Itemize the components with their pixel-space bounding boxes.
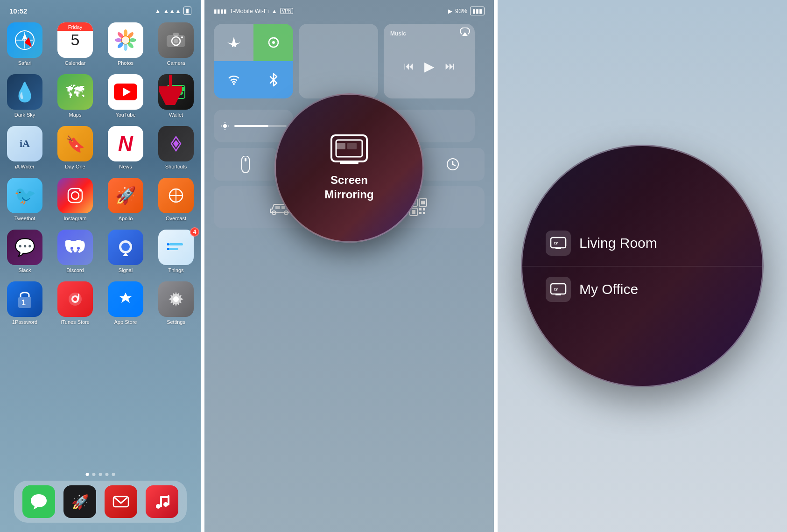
signal-bars: ▮▮▮▮ <box>214 8 227 14</box>
airplay-living-room[interactable]: tv Living Room <box>522 220 762 266</box>
app-calendar[interactable]: Friday 5 Calendar <box>54 22 96 66</box>
app-safari[interactable]: Safari <box>4 22 46 66</box>
status-icons: ▲ ▲▲▲ ▮ <box>155 7 191 15</box>
airplay-icon[interactable] <box>460 28 470 39</box>
app-tweetbot[interactable]: 🐦 Tweetbot <box>4 178 46 221</box>
battery-cc-icon: ▮▮▮ <box>470 7 485 15</box>
shortcuts-icon <box>158 126 194 161</box>
dock-rocket[interactable]: 🚀 <box>63 485 96 518</box>
music-controls: ⏮ ▶ ⏭ <box>390 41 468 92</box>
control-center-panel: ▮▮▮▮ T-Mobile Wi-Fi ▲ VPN ▶ 93% ▮▮▮ <box>204 0 494 532</box>
app-dayone[interactable]: 🔖 Day One <box>54 126 96 169</box>
news-icon: N <box>108 126 143 161</box>
svg-rect-74 <box>275 206 280 209</box>
wifi-status-icon: ▲▲▲ <box>163 7 181 14</box>
app-appstore[interactable]: App Store <box>105 281 147 325</box>
tweetbot-icon: 🐦 <box>7 178 42 213</box>
svg-point-55 <box>272 41 275 44</box>
photos-label: Photos <box>118 60 134 66</box>
calendar-icon: Friday 5 <box>57 22 93 58</box>
svg-rect-89 <box>336 143 345 149</box>
dot-1 <box>86 473 89 476</box>
next-track-btn[interactable]: ⏭ <box>445 60 455 72</box>
svg-point-33 <box>70 247 73 250</box>
apollo-label: Apollo <box>119 216 133 221</box>
itunes-icon <box>57 281 93 317</box>
cellular-btn[interactable] <box>253 24 293 61</box>
dot-3 <box>99 473 102 476</box>
svg-point-34 <box>77 247 80 250</box>
dock-music[interactable] <box>146 485 178 518</box>
bluetooth-btn[interactable] <box>253 61 293 98</box>
svg-point-12 <box>124 43 127 51</box>
app-instagram[interactable]: Instagram <box>54 178 96 221</box>
shortcuts-label: Shortcuts <box>165 164 187 169</box>
app-signal[interactable]: Signal <box>105 230 147 273</box>
app-photos[interactable]: Photos <box>105 22 147 66</box>
app-discord[interactable]: Discord <box>54 230 96 273</box>
app-itunes[interactable]: iTunes Store <box>54 281 96 325</box>
svg-point-58 <box>223 124 227 128</box>
svg-point-50 <box>163 502 168 507</box>
photos-icon <box>108 22 143 58</box>
battery-icon: ▮ <box>183 7 191 15</box>
svg-point-16 <box>122 36 129 44</box>
iawriter-label: iA Writer <box>15 164 34 169</box>
svg-rect-84 <box>419 212 422 214</box>
1password-icon: 1 <box>7 281 42 317</box>
cc-flashlight-tile[interactable] <box>299 24 378 98</box>
svg-rect-92 <box>555 248 561 249</box>
svg-rect-46 <box>78 294 79 299</box>
vpn-badge: VPN <box>280 8 294 14</box>
svg-rect-91 <box>551 238 566 248</box>
battery-percent: 93% <box>455 7 467 14</box>
settings-label: Settings <box>167 319 185 325</box>
airplay-my-office[interactable]: tv My Office <box>522 266 762 312</box>
settings-icon <box>158 281 194 317</box>
app-things[interactable]: 4 Things <box>155 230 197 273</box>
darksky-label: Dark Sky <box>14 112 35 118</box>
dock-spark[interactable] <box>105 485 137 518</box>
safari-label: Safari <box>18 60 32 66</box>
remote-tile[interactable] <box>214 148 277 181</box>
carrier-name: T-Mobile Wi-Fi <box>230 7 269 14</box>
app-1password[interactable]: 1 1Password <box>4 281 46 325</box>
signal-label: Signal <box>119 267 133 273</box>
app-youtube[interactable]: YouTube <box>105 74 147 118</box>
dock-messages[interactable] <box>22 485 55 518</box>
tweetbot-label: Tweetbot <box>14 216 35 221</box>
screen-mirroring-label: ScreenMirroring <box>324 173 373 202</box>
location-cc-icon: ▶ <box>448 8 452 14</box>
app-overcast[interactable]: Overcast <box>155 178 197 221</box>
youtube-icon <box>108 74 143 110</box>
app-news[interactable]: N News <box>105 126 147 169</box>
timer-tile[interactable] <box>421 148 485 181</box>
app-camera[interactable]: Camera <box>155 22 197 66</box>
dot-5 <box>112 473 115 476</box>
app-shortcuts[interactable]: Shortcuts <box>155 126 197 169</box>
home-status-bar: 10:52 ▲ ▲▲▲ ▮ <box>0 0 201 18</box>
svg-marker-1 <box>161 96 180 105</box>
things-label: Things <box>168 267 183 273</box>
app-slack[interactable]: 💬 Slack <box>4 230 46 273</box>
app-darksky[interactable]: 💧 Dark Sky <box>4 74 46 118</box>
svg-rect-82 <box>419 208 422 210</box>
itunes-label: iTunes Store <box>61 319 90 325</box>
app-settings[interactable]: Settings <box>155 281 197 325</box>
play-btn[interactable]: ▶ <box>424 59 435 74</box>
screen-mirroring-icon <box>330 134 368 167</box>
instagram-icon <box>57 178 93 213</box>
wifi-icon: ▲ <box>272 8 277 14</box>
app-iawriter[interactable]: iA iA Writer <box>4 126 46 169</box>
wifi-btn[interactable] <box>214 61 253 98</box>
svg-rect-38 <box>169 248 178 250</box>
discord-label: Discord <box>66 267 84 273</box>
app-maps[interactable]: 🗺 Maps <box>54 74 96 118</box>
dayone-label: Day One <box>65 164 85 169</box>
svg-point-45 <box>73 297 77 301</box>
prev-track-btn[interactable]: ⏮ <box>404 60 414 72</box>
dot-2 <box>92 473 96 476</box>
app-apollo[interactable]: 🚀 Apollo <box>105 178 147 221</box>
svg-point-40 <box>167 248 169 250</box>
airplane-mode-btn[interactable] <box>214 24 253 61</box>
